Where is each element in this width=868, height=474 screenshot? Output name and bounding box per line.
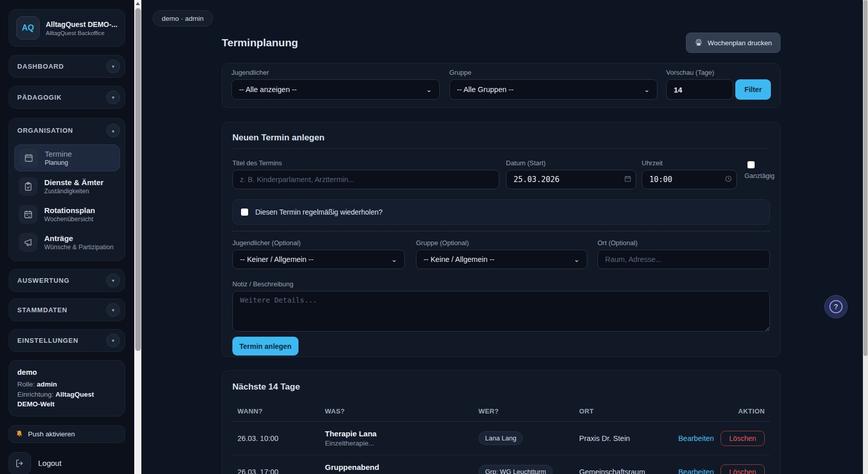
uhrzeit-input[interactable] bbox=[642, 170, 737, 189]
chevron-down-icon: ⌄ bbox=[644, 85, 650, 94]
sidebar-item-einstellungen[interactable]: EINSTELLUNGEN ▾ bbox=[9, 329, 125, 352]
main-area: demo · admin Terminplanung Wochenplan dr… bbox=[141, 0, 863, 474]
sidebar-item-dienste[interactable]: Dienste & Ämter Zuständigkeiten bbox=[14, 173, 120, 199]
col-ort: ORT bbox=[579, 407, 738, 415]
delete-button[interactable]: Löschen bbox=[721, 431, 765, 446]
brand-subtitle: AlltagQuest Backoffice bbox=[46, 30, 117, 36]
row-wann: 26.03. 10:00 bbox=[237, 434, 325, 442]
sidebar-item-termine[interactable]: Termine Planung bbox=[14, 144, 120, 171]
sidebar-item-paedagogik[interactable]: PÄDAGOGIK ▾ bbox=[9, 86, 125, 109]
user-role-label: Rolle: bbox=[17, 380, 35, 388]
row-title: Gruppenabend bbox=[325, 463, 478, 471]
chevron-down-icon: ⌄ bbox=[426, 85, 432, 94]
form-heading: Neuen Termin anlegen bbox=[232, 133, 770, 143]
notiz-label: Notiz / Beschreibung bbox=[232, 280, 770, 288]
logout-icon bbox=[9, 452, 31, 474]
sidebar-item-label: PÄDAGOGIK bbox=[17, 94, 62, 101]
printer-icon bbox=[695, 39, 703, 47]
aq-logo: AQ bbox=[16, 16, 40, 40]
vorschau-input[interactable] bbox=[666, 79, 733, 100]
repeat-checkbox[interactable] bbox=[241, 209, 248, 216]
print-weekplan-label: Wochenplan drucken bbox=[707, 39, 772, 47]
chevron-down-icon[interactable]: ▾ bbox=[106, 303, 120, 317]
print-weekplan-button[interactable]: Wochenplan drucken bbox=[686, 33, 781, 53]
ganztaegig-checkbox[interactable] bbox=[747, 161, 755, 168]
vorschau-label: Vorschau (Tage) bbox=[666, 69, 733, 76]
sidebar-item-auswertung[interactable]: AUSWERTUNG ▾ bbox=[9, 269, 125, 292]
chevron-up-icon[interactable]: ▴ bbox=[106, 124, 120, 137]
sidebar-subitem-subtitle: Wünsche & Partizipation bbox=[44, 244, 113, 251]
calendar-icon bbox=[19, 149, 38, 167]
sidebar-item-dashboard[interactable]: DASHBOARD ▾ bbox=[9, 55, 125, 78]
clipboard-check-icon bbox=[19, 177, 38, 196]
row-ort: Praxis Dr. Stein bbox=[579, 434, 678, 442]
sidebar-item-antraege[interactable]: Anträge Wünsche & Partizipation bbox=[14, 229, 120, 255]
sidebar-subitem-title: Anträge bbox=[44, 234, 113, 243]
col-was: WAS? bbox=[325, 407, 478, 415]
chevron-down-icon[interactable]: ▾ bbox=[106, 60, 120, 73]
user-name: demo bbox=[17, 367, 116, 378]
filter-card: Jugendlicher -- Alle anzeigen -- ⌄ Grupp… bbox=[222, 63, 781, 108]
window-scrollbar[interactable] bbox=[863, 0, 868, 474]
delete-button[interactable]: Löschen bbox=[721, 464, 765, 474]
megaphone-icon bbox=[19, 233, 38, 252]
chevron-down-icon[interactable]: ▾ bbox=[106, 91, 120, 104]
ganztaegig-label: Ganztägig bbox=[744, 172, 774, 180]
col-wer: WER? bbox=[478, 407, 579, 415]
sidebar-scrollbar[interactable] bbox=[134, 0, 141, 474]
chevron-down-icon: ⌄ bbox=[574, 255, 580, 263]
edit-button[interactable]: Bearbeiten bbox=[678, 468, 714, 474]
chevron-down-icon[interactable]: ▾ bbox=[106, 334, 120, 347]
window-scrollbar-thumb[interactable] bbox=[863, 0, 867, 356]
sidebar: AQ AlltagQuest DEMO-... AlltagQuest Back… bbox=[0, 0, 134, 474]
row-who-badge: Lana Lang bbox=[478, 431, 523, 445]
jugendlicher-optional-label: Jugendlicher (Optional) bbox=[232, 239, 405, 247]
gruppe-optional-select[interactable]: -- Keine / Allgemein -- ⌄ bbox=[416, 250, 587, 269]
table-header: WANN? WAS? WER? ORT AKTION bbox=[232, 407, 770, 422]
datum-input[interactable] bbox=[506, 170, 636, 189]
user-org-label: Einrichtung: bbox=[17, 391, 53, 398]
clock-picker-icon[interactable] bbox=[725, 175, 732, 183]
push-activate-button[interactable]: Push aktivieren bbox=[9, 425, 125, 443]
titel-input[interactable] bbox=[232, 170, 499, 189]
calendar-picker-icon[interactable] bbox=[624, 175, 632, 183]
logout-button[interactable]: Logout bbox=[9, 452, 125, 474]
sidebar-item-stammdaten[interactable]: STAMMDATEN ▾ bbox=[9, 299, 125, 321]
filter-button[interactable]: Filter bbox=[735, 79, 771, 100]
gruppe-optional-label: Gruppe (Optional) bbox=[416, 239, 587, 247]
upcoming-heading: Nächste 14 Tage bbox=[232, 382, 770, 392]
user-info-card: demo Rolle: admin Einrichtung: AlltagQue… bbox=[9, 360, 125, 417]
titel-label: Titel des Termins bbox=[232, 159, 499, 167]
create-appointment-button[interactable]: Termin anlegen bbox=[232, 337, 298, 355]
brand-title: AlltagQuest DEMO-... bbox=[46, 20, 117, 28]
upcoming-card: Nächste 14 Tage WANN? WAS? WER? ORT AKTI… bbox=[222, 370, 781, 474]
repeat-label: Diesen Termin regelmäßig wiederholen? bbox=[255, 208, 382, 216]
notiz-textarea[interactable] bbox=[232, 291, 770, 332]
row-description: Einzeltherapie... bbox=[325, 439, 478, 447]
sidebar-item-organisation[interactable]: ORGANISATION ▴ bbox=[9, 118, 125, 142]
row-wann: 26.03. 17:00 bbox=[237, 468, 325, 474]
chevron-down-icon[interactable]: ▾ bbox=[106, 274, 120, 287]
table-row: 26.03. 17:00 Gruppenabend Kochen und Woc… bbox=[232, 455, 770, 474]
calendar-icon bbox=[19, 205, 38, 224]
edit-button[interactable]: Bearbeiten bbox=[678, 434, 714, 442]
help-button[interactable]: ? bbox=[824, 295, 848, 318]
sidebar-item-rotationsplan[interactable]: Rotationsplan Wochenübersicht bbox=[14, 201, 120, 227]
sidebar-scrollbar-thumb[interactable] bbox=[135, 8, 141, 351]
app-root: AQ AlltagQuest DEMO-... AlltagQuest Back… bbox=[0, 0, 868, 474]
session-badge: demo · admin bbox=[153, 10, 213, 26]
scroll-up-arrow-icon[interactable] bbox=[136, 2, 140, 5]
user-role: admin bbox=[37, 380, 57, 388]
gruppe-filter-select[interactable]: -- Alle Gruppen -- ⌄ bbox=[450, 79, 658, 100]
col-aktion: AKTION bbox=[738, 407, 765, 415]
ort-input[interactable] bbox=[597, 250, 770, 269]
new-appointment-card: Neuen Termin anlegen Titel des Termins D… bbox=[222, 122, 781, 357]
datum-label: Datum (Start) bbox=[506, 159, 636, 167]
col-wann: WANN? bbox=[237, 407, 325, 415]
brand-card[interactable]: AQ AlltagQuest DEMO-... AlltagQuest Back… bbox=[9, 9, 125, 47]
gruppe-filter-label: Gruppe bbox=[450, 69, 658, 76]
sidebar-item-label: EINSTELLUNGEN bbox=[17, 337, 78, 344]
jugendlicher-optional-select[interactable]: -- Keiner / Allgemein -- ⌄ bbox=[232, 250, 405, 269]
ort-optional-label: Ort (Optional) bbox=[597, 239, 770, 247]
jugendlicher-filter-select[interactable]: -- Alle anzeigen -- ⌄ bbox=[231, 79, 440, 100]
